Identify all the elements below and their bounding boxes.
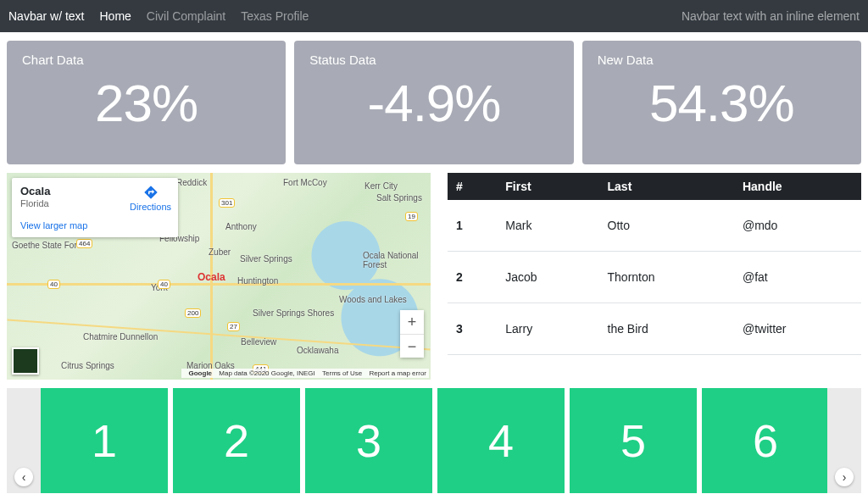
carousel-track[interactable]: 1 2 3 4 5 6 [41, 388, 827, 493]
navbar: Navbar w/ text Home Civil Complaint Texa… [0, 0, 868, 32]
map-town-label: Zuber [209, 247, 231, 257]
table-header: Last [599, 173, 734, 200]
carousel-tile[interactable]: 5 [570, 388, 697, 493]
map-data-attr: Map data ©2020 Google, INEGI [219, 369, 315, 377]
navbar-brand[interactable]: Navbar w/ text [8, 9, 84, 23]
map-directions-label: Directions [130, 202, 171, 212]
table-header: Handle [734, 173, 861, 200]
table-row: 1 Mark Otto @mdo [448, 200, 861, 252]
map-town-label: Belleview [241, 337, 276, 347]
map-hwy-shield: 19 [405, 212, 418, 221]
map-zoom-out-button[interactable]: − [400, 334, 424, 358]
chevron-left-icon: ‹ [14, 468, 33, 486]
map-hwy-shield: 40 [158, 280, 170, 289]
map-zoom-controls: + − [400, 310, 424, 358]
card-new-data: New Data 54.3% [582, 41, 861, 164]
map-road [7, 283, 431, 286]
map-directions-button[interactable]: Directions [130, 185, 171, 212]
map-town-label: Ocklawaha [297, 346, 338, 355]
map-hwy-shield: 200 [185, 308, 201, 318]
card-status-data: Status Data -4.9% [294, 41, 573, 164]
carousel-tile[interactable]: 4 [437, 388, 565, 493]
map-town-label: Salt Springs [376, 193, 422, 203]
map-info-card: Ocala Florida Directions View larger map [12, 178, 178, 237]
carousel-next-button[interactable]: › [827, 388, 861, 493]
table-cell: 2 [448, 252, 497, 303]
table-cell: @mdo [734, 200, 861, 252]
card-value: -4.9% [309, 67, 558, 141]
map-attribution: Google Map data ©2020 Google, INEGI Term… [181, 369, 430, 378]
carousel-tile[interactable]: 3 [305, 388, 432, 493]
map-town-label: Silver Springs Shores [253, 308, 334, 318]
map-hwy-shield: 40 [47, 280, 60, 289]
map-town-label: Reddick [176, 178, 207, 187]
map-center-label: Ocala [198, 271, 225, 283]
map-hwy-shield: 464 [76, 239, 92, 248]
table-cell: Thornton [599, 252, 734, 303]
table-cell: Larry [497, 303, 598, 355]
nav-link-home[interactable]: Home [99, 9, 131, 23]
data-table-wrap: # First Last Handle 1 Mark Otto @mdo 2 J… [448, 173, 861, 380]
map-terms-link[interactable]: Terms of Use [322, 369, 362, 377]
map-hwy-shield: 301 [219, 198, 235, 208]
nav-link-civil-complaint[interactable]: Civil Complaint [147, 9, 225, 23]
table-header: First [497, 173, 598, 200]
nav-link-texas-profile[interactable]: Texas Profile [241, 9, 309, 23]
map-embed[interactable]: Ocala Reddick Fort McCoy Kerr City Salt … [7, 173, 431, 380]
map-town-label: Silver Springs [240, 254, 292, 264]
table-cell: 1 [448, 200, 497, 252]
map-view-larger-link[interactable]: View larger map [20, 220, 170, 230]
map-town-label: Huntington [237, 276, 278, 286]
card-value: 54.3% [598, 67, 846, 141]
middle-row: Ocala Reddick Fort McCoy Kerr City Salt … [0, 164, 868, 380]
map-town-label: Woods and Lakes [339, 295, 407, 304]
table-row: 3 Larry the Bird @twitter [448, 303, 861, 355]
stat-cards-row: Chart Data 23% Status Data -4.9% New Dat… [0, 32, 868, 164]
navbar-right-text: Navbar text with an inline element [682, 9, 860, 23]
table-cell: @twitter [734, 303, 861, 355]
card-title: Status Data [309, 53, 558, 67]
table-cell: 3 [448, 303, 497, 355]
map-town-label: Citrus Springs [61, 361, 114, 370]
table-header: # [448, 173, 497, 200]
table-cell: Otto [599, 200, 734, 252]
table-cell: @fat [734, 252, 861, 303]
table-row: 2 Jacob Thornton @fat [448, 252, 861, 303]
map-town-label: Fort McCoy [283, 178, 327, 187]
carousel-tile[interactable]: 1 [41, 388, 168, 493]
map-town-label: Kerr City [364, 181, 398, 191]
map-google-logo: Google [189, 369, 213, 377]
map-town-label: Anthony [225, 222, 257, 231]
chevron-right-icon: › [835, 468, 854, 486]
carousel-prev-button[interactable]: ‹ [7, 388, 41, 493]
map-report-link[interactable]: Report a map error [369, 369, 426, 377]
table-cell: Jacob [497, 252, 598, 303]
directions-icon [143, 185, 159, 200]
data-table: # First Last Handle 1 Mark Otto @mdo 2 J… [448, 173, 861, 355]
table-head: # First Last Handle [448, 173, 861, 200]
map-hwy-shield: 27 [227, 322, 240, 331]
carousel-tile[interactable]: 6 [702, 388, 827, 493]
card-value: 23% [22, 67, 270, 141]
carousel-tile[interactable]: 2 [173, 388, 300, 493]
map-town-label: Ocala National Forest [363, 251, 431, 269]
map-satellite-thumb[interactable] [12, 347, 39, 375]
number-carousel: ‹ 1 2 3 4 5 6 › [7, 388, 861, 493]
card-chart-data: Chart Data 23% [7, 41, 286, 164]
table-cell: the Bird [599, 303, 734, 355]
map-zoom-in-button[interactable]: + [400, 310, 424, 334]
card-title: New Data [598, 53, 846, 67]
map-town-label: Chatmire Dunnellon [83, 332, 158, 341]
table-cell: Mark [497, 200, 598, 252]
card-title: Chart Data [22, 53, 270, 67]
